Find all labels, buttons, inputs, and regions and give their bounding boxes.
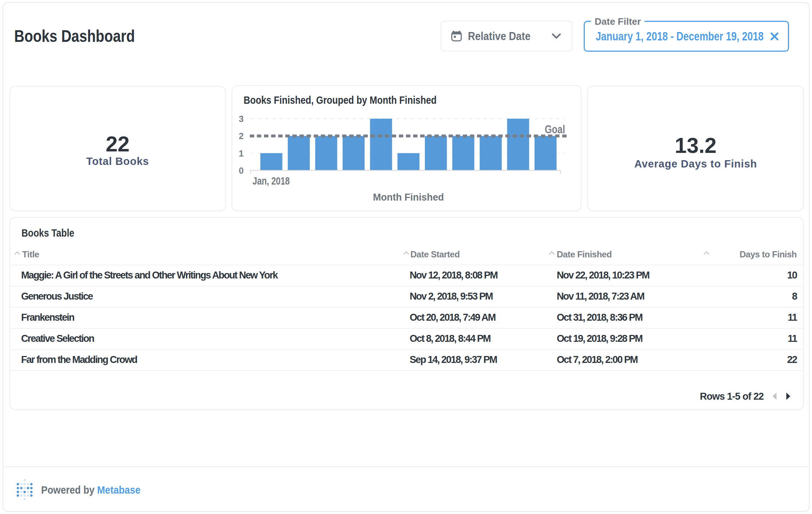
svg-text:Books Finished, Grouped by Mon: Books Finished, Grouped by Month Finishe…: [244, 94, 437, 106]
svg-text:3: 3: [239, 114, 244, 124]
svg-text:0: 0: [239, 166, 244, 175]
svg-text:Month Finished: Month Finished: [373, 192, 444, 203]
svg-text:Goal: Goal: [545, 123, 565, 136]
svg-text:1: 1: [239, 149, 244, 158]
svg-text:Jan, 2018: Jan, 2018: [253, 175, 290, 187]
svg-text:2: 2: [239, 131, 244, 141]
